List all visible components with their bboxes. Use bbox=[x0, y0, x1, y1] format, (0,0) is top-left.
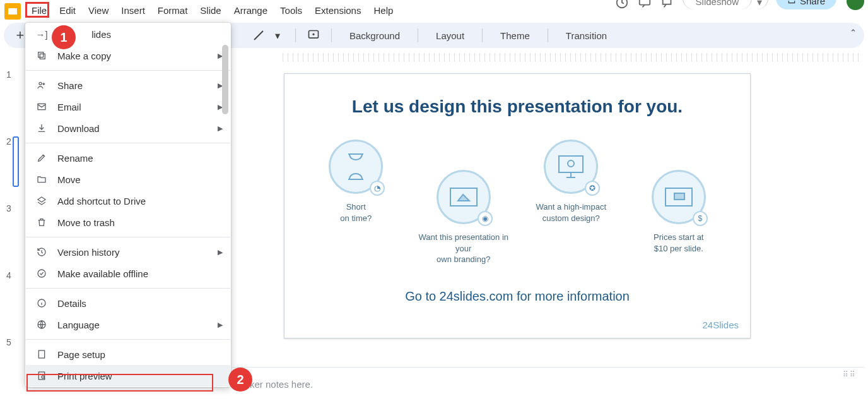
speaker-notes[interactable]: ker notes here. ⠿⠿ bbox=[232, 367, 864, 401]
share-button[interactable]: Share bbox=[776, 0, 836, 9]
svg-rect-16 bbox=[559, 156, 583, 172]
menu-arrange[interactable]: Arrange bbox=[228, 1, 274, 20]
menu-make-offline[interactable]: Make available offline bbox=[26, 263, 230, 284]
trash-icon bbox=[35, 217, 49, 227]
copy-icon bbox=[35, 51, 49, 61]
dropdown-scrollbar[interactable] bbox=[221, 45, 229, 381]
menu-rename[interactable]: Rename bbox=[26, 147, 230, 169]
caption-text: Want a high-impact bbox=[536, 202, 606, 212]
avatar[interactable] bbox=[847, 0, 864, 10]
svg-rect-12 bbox=[38, 350, 44, 358]
menu-item-label: Email bbox=[57, 102, 81, 112]
svg-point-17 bbox=[568, 160, 574, 167]
annotation-badge-2: 2 bbox=[228, 368, 252, 392]
menu-item-label: Download bbox=[57, 123, 100, 134]
menu-slide[interactable]: Slide bbox=[194, 1, 227, 20]
offline-icon bbox=[35, 268, 49, 278]
ribbon-mini-icon: ✪ bbox=[585, 181, 600, 196]
slide-canvas[interactable]: Let us design this presentation for you.… bbox=[232, 48, 864, 364]
comment-tool-icon[interactable] bbox=[306, 28, 321, 43]
menu-item-label: Details bbox=[57, 298, 86, 309]
annotation-file-highlight bbox=[25, 2, 49, 18]
menu-help[interactable]: Help bbox=[367, 1, 399, 20]
thumb-number: 1 bbox=[6, 69, 11, 80]
line-tool-icon[interactable] bbox=[251, 28, 266, 43]
menu-item-label: Add shortcut to Drive bbox=[57, 196, 146, 206]
menu-download[interactable]: Download ▶ bbox=[26, 117, 230, 139]
thumb-number: 3 bbox=[6, 203, 11, 213]
menu-item-label: Rename bbox=[57, 153, 93, 164]
file-dropdown: →] Import slides Make a copy ▶ Share ▶ E… bbox=[25, 23, 231, 387]
menu-language[interactable]: Language ▶ bbox=[26, 314, 230, 335]
menu-details[interactable]: Details bbox=[26, 292, 230, 314]
notes-placeholder: ker notes here. bbox=[250, 379, 313, 390]
menu-make-copy[interactable]: Make a copy ▶ bbox=[26, 45, 230, 66]
menubar: File Edit View Insert Format Slide Arran… bbox=[25, 0, 399, 20]
menu-tools[interactable]: Tools bbox=[274, 1, 308, 20]
background-button[interactable]: Background bbox=[342, 28, 408, 44]
download-icon bbox=[35, 123, 49, 133]
menu-move-to-trash[interactable]: Move to trash bbox=[26, 212, 230, 233]
layout-button[interactable]: Layout bbox=[428, 28, 472, 44]
collapse-toolbar-icon[interactable]: ⌃ bbox=[850, 28, 857, 37]
transition-button[interactable]: Transition bbox=[558, 28, 614, 44]
import-icon: →] bbox=[35, 29, 49, 40]
menu-item-label: Page setup bbox=[57, 349, 105, 360]
share-icon bbox=[35, 80, 49, 90]
menu-add-shortcut[interactable]: Add shortcut to Drive bbox=[26, 190, 230, 212]
menu-edit[interactable]: Edit bbox=[53, 1, 82, 20]
present-icon[interactable] bbox=[660, 0, 675, 10]
slides-logo bbox=[4, 3, 21, 20]
drag-handle-icon[interactable]: ⠿⠿ bbox=[843, 370, 857, 379]
menu-print-preview[interactable]: Print preview bbox=[26, 365, 230, 386]
annotation-badge-1: 1 bbox=[52, 25, 76, 49]
menu-item-label: Share bbox=[57, 80, 83, 91]
svg-point-9 bbox=[38, 270, 45, 277]
line-tool-more-icon[interactable]: ▾ bbox=[270, 28, 285, 43]
slideshow-button[interactable]: Slideshow bbox=[683, 0, 752, 9]
svg-rect-2 bbox=[662, 0, 671, 4]
menu-item-label: Print preview bbox=[57, 371, 112, 381]
menu-extensions[interactable]: Extensions bbox=[308, 1, 367, 20]
thumb-number: 4 bbox=[6, 270, 11, 280]
menu-insert[interactable]: Insert bbox=[115, 1, 151, 20]
current-slide[interactable]: Let us design this presentation for you.… bbox=[284, 73, 751, 338]
caption-text: on time? bbox=[340, 213, 372, 223]
history-icon[interactable] bbox=[614, 0, 630, 10]
move-icon bbox=[35, 174, 49, 184]
comments-icon[interactable] bbox=[637, 0, 652, 10]
caption-text: custom design? bbox=[542, 213, 600, 223]
caption-text: Short bbox=[346, 202, 366, 212]
slideshow-dropdown[interactable]: ▾ bbox=[752, 0, 768, 9]
menu-item-label: Move to trash bbox=[57, 217, 115, 228]
monitor-icon: ✪ bbox=[544, 140, 598, 194]
menu-version-history[interactable]: Version history ▶ bbox=[26, 241, 230, 263]
presentation-icon: ◉ bbox=[437, 170, 491, 224]
menu-view[interactable]: View bbox=[82, 1, 115, 20]
bookmark-mini-icon: ◉ bbox=[478, 211, 493, 226]
menu-page-setup[interactable]: Page setup bbox=[26, 344, 230, 365]
svg-line-3 bbox=[254, 31, 263, 40]
caption-text: Prices start at bbox=[654, 232, 703, 242]
ruler bbox=[283, 53, 859, 62]
theme-button[interactable]: Theme bbox=[493, 28, 537, 44]
caption-text: own branding? bbox=[437, 254, 490, 264]
svg-rect-5 bbox=[40, 54, 45, 59]
thumb-number: 2 bbox=[6, 136, 11, 147]
print-preview-icon bbox=[35, 371, 49, 381]
price-icon: $ bbox=[652, 170, 706, 224]
menu-share[interactable]: Share ▶ bbox=[26, 75, 230, 96]
page-setup-icon bbox=[35, 349, 49, 359]
slide-subtitle: Go to 24slides.com for more information bbox=[284, 289, 750, 304]
clock-mini-icon: ◔ bbox=[370, 181, 385, 196]
thumb-number: 5 bbox=[6, 337, 11, 347]
menu-move[interactable]: Move bbox=[26, 169, 230, 190]
share-label: Share bbox=[800, 0, 825, 6]
svg-rect-19 bbox=[674, 193, 684, 200]
menu-item-label: Version history bbox=[57, 247, 119, 258]
shortcut-icon bbox=[35, 196, 49, 206]
hourglass-icon: ◔ bbox=[329, 140, 383, 194]
menu-email[interactable]: Email ▶ bbox=[26, 96, 230, 117]
email-icon bbox=[35, 102, 49, 112]
menu-format[interactable]: Format bbox=[151, 1, 194, 20]
